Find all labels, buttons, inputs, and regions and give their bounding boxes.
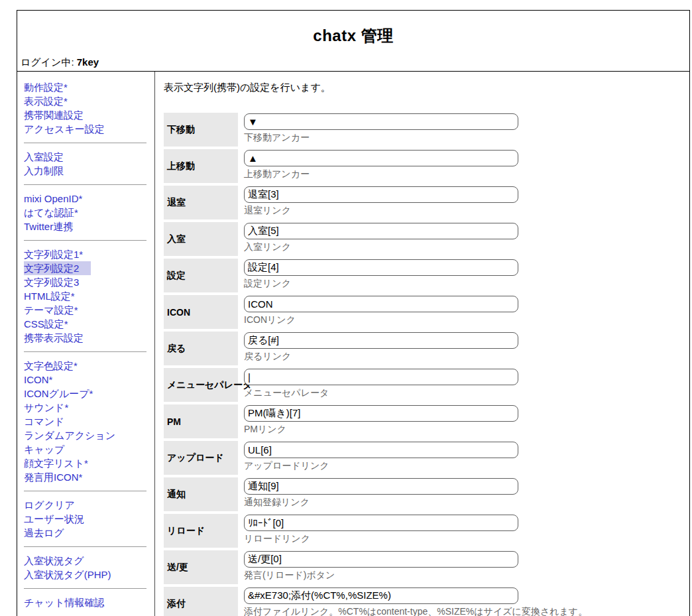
setting-input-menu-separator[interactable]	[244, 369, 518, 385]
setting-row: メニューセパレータ メニューセパレータ	[164, 368, 684, 402]
setting-row: アップロード アップロードリンク	[164, 441, 684, 475]
sidebar-separator	[24, 491, 146, 491]
setting-help: ICONリンク	[244, 314, 518, 326]
setting-input-notify[interactable]	[244, 478, 518, 495]
sidebar-item-22[interactable]: キャップ	[24, 442, 154, 456]
setting-input-icon[interactable]	[244, 296, 518, 312]
sidebar-separator	[24, 351, 146, 352]
setting-help: 下移動アンカー	[244, 132, 518, 143]
sidebar-item-7[interactable]: はてな認証*	[24, 206, 154, 219]
sidebar-item-24[interactable]: 発言用ICON*	[24, 470, 154, 484]
setting-help: リロードリンク	[244, 533, 518, 544]
content-columns: 動作設定* 表示設定* 携帯関連設定 アクセスキー設定 入室設定 入力制限 mi…	[17, 72, 689, 616]
setting-input-attach[interactable]	[244, 587, 518, 604]
setting-row: 入室 入室リンク	[164, 222, 684, 256]
setting-help: 入室リンク	[244, 241, 518, 253]
sidebar-item-8[interactable]: Twitter連携	[24, 219, 154, 233]
setting-help: アップロードリンク	[244, 460, 518, 471]
setting-label-notify: 通知	[164, 477, 238, 511]
setting-input-up-move[interactable]	[244, 150, 518, 166]
setting-label-send-update: 送/更	[164, 550, 238, 584]
setting-help: メニューセパレータ	[244, 387, 518, 399]
setting-label-down-move: 下移動	[164, 113, 238, 147]
setting-input-down-move[interactable]	[244, 113, 518, 130]
sidebar-item-18[interactable]: ICONグループ*	[24, 387, 154, 400]
setting-row: 添付 添付ファイルリンク。%CT%はcontent-type、%SIZE%はサイ…	[164, 587, 684, 616]
sidebar-item-20[interactable]: コマンド	[24, 414, 154, 428]
setting-input-enter[interactable]	[244, 223, 518, 239]
setting-label-icon: ICON	[164, 295, 238, 329]
setting-input-upload[interactable]	[244, 442, 518, 458]
sidebar-item-6[interactable]: mixi OpenID*	[24, 192, 154, 206]
setting-label-menu-separator: メニューセパレータ	[164, 368, 238, 402]
setting-help: 添付ファイルリンク。%CT%はcontent-type、%SIZE%はサイズに変…	[244, 606, 587, 616]
setting-row: 上移動 上移動アンカー	[164, 149, 684, 183]
setting-help: 退室リンク	[244, 205, 518, 216]
sidebar-item-26[interactable]: ユーザー状況	[24, 512, 154, 526]
setting-label-config: 設定	[164, 259, 238, 292]
setting-row: 退室 退室リンク	[164, 186, 684, 219]
setting-label-reload: リロード	[164, 514, 238, 548]
setting-label-pm: PM	[164, 404, 238, 438]
sidebar-item-12[interactable]: HTML設定*	[24, 289, 154, 303]
sidebar-item-29[interactable]: 入室状況タグ(PHP)	[24, 568, 154, 582]
sidebar-item-0[interactable]: 動作設定*	[24, 80, 154, 94]
sidebar-nav: 動作設定* 表示設定* 携帯関連設定 アクセスキー設定 入室設定 入力制限 mi…	[17, 72, 155, 616]
sidebar-item-27[interactable]: 過去ログ	[24, 526, 154, 540]
sidebar-item-9[interactable]: 文字列設定1*	[24, 247, 154, 261]
sidebar-item-13[interactable]: テーマ設定*	[24, 303, 154, 317]
sidebar-separator	[24, 588, 146, 589]
setting-row: 設定 設定リンク	[164, 259, 684, 292]
setting-label-back: 戻る	[164, 332, 238, 365]
setting-row: リロード リロードリンク	[164, 514, 684, 548]
admin-window: chatx 管理 ログイン中: 7key 動作設定* 表示設定* 携帯関連設定 …	[17, 10, 690, 616]
setting-input-reload[interactable]	[244, 515, 518, 531]
sidebar-item-28[interactable]: 入室状況タグ	[24, 554, 154, 568]
sidebar-item-3[interactable]: アクセスキー設定	[24, 122, 154, 136]
sidebar-separator	[24, 240, 146, 241]
setting-help: 戻るリンク	[244, 351, 518, 362]
sidebar-item-15[interactable]: 携帯表示設定	[24, 331, 154, 345]
setting-row: 通知 通知登録リンク	[164, 477, 684, 511]
panel-description: 表示文字列(携帯)の設定を行います。	[164, 82, 684, 94]
page-title: chatx 管理	[17, 11, 689, 46]
sidebar-item-1[interactable]: 表示設定*	[24, 94, 154, 108]
sidebar-item-4[interactable]: 入室設定	[24, 150, 154, 164]
sidebar-separator	[24, 546, 146, 547]
setting-row: 戻る 戻るリンク	[164, 332, 684, 365]
setting-row: PM PMリンク	[164, 404, 684, 438]
sidebar-item-10-active[interactable]: 文字列設定2	[24, 261, 91, 275]
setting-label-enter: 入室	[164, 222, 238, 256]
setting-row: 下移動 下移動アンカー	[164, 113, 684, 147]
sidebar-item-11[interactable]: 文字列設定3	[24, 275, 154, 289]
sidebar-item-30[interactable]: チャット情報確認	[24, 595, 154, 609]
setting-label-up-move: 上移動	[164, 149, 238, 183]
setting-input-send-update[interactable]	[244, 551, 518, 568]
sidebar-item-2[interactable]: 携帯関連設定	[24, 108, 154, 122]
sidebar-item-21[interactable]: ランダムアクション	[24, 428, 154, 442]
setting-input-config[interactable]	[244, 259, 518, 276]
sidebar-item-5[interactable]: 入力制限	[24, 164, 154, 178]
setting-row: 送/更 発言(リロード)ボタン	[164, 550, 684, 584]
sidebar-item-25[interactable]: ログクリア	[24, 498, 154, 512]
settings-panel: 表示文字列(携帯)の設定を行います。 下移動 下移動アンカー 上移動 上移動アン…	[155, 72, 689, 616]
sidebar-item-16[interactable]: 文字色設定*	[24, 359, 154, 373]
sidebar-item-14[interactable]: CSS設定*	[24, 317, 154, 331]
sidebar-separator	[24, 143, 146, 143]
setting-input-pm[interactable]	[244, 405, 518, 422]
sidebar-item-17[interactable]: ICON*	[24, 373, 154, 387]
sidebar-item-23[interactable]: 顔文字リスト*	[24, 456, 154, 470]
setting-help: 通知登録リンク	[244, 497, 518, 508]
setting-input-exit[interactable]	[244, 186, 518, 203]
setting-input-back[interactable]	[244, 332, 518, 349]
sidebar-separator	[24, 184, 146, 185]
setting-help: PMリンク	[244, 424, 518, 435]
sidebar-item-19[interactable]: サウンド*	[24, 400, 154, 414]
login-status-label: ログイン中:	[21, 56, 77, 68]
page: chatx 管理 ログイン中: 7key 動作設定* 表示設定* 携帯関連設定 …	[0, 0, 692, 616]
setting-row: ICON ICONリンク	[164, 295, 684, 329]
setting-label-exit: 退室	[164, 186, 238, 219]
setting-label-attach: 添付	[164, 587, 238, 616]
login-status: ログイン中: 7key	[17, 46, 689, 72]
setting-label-upload: アップロード	[164, 441, 238, 475]
